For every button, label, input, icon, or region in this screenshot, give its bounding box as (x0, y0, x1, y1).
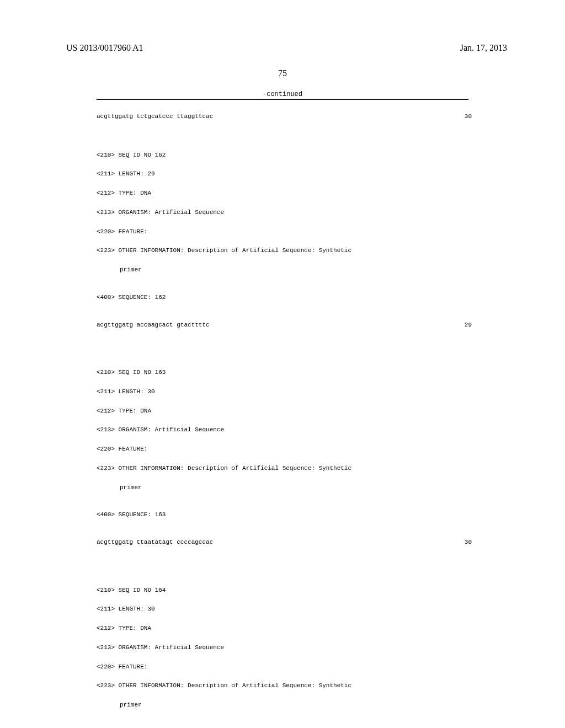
primer-line: primer (97, 265, 565, 275)
sequence-row: acgttggatg tctgcatccc ttaggttcac30 (97, 112, 472, 121)
feature-line: <220> FEATURE: (97, 227, 565, 237)
primer-line: primer (97, 483, 565, 493)
sequence-entry: <210> SEQ ID NO 163 <211> LENGTH: 30 <21… (97, 358, 565, 557)
sequence-label-line: <400> SEQUENCE: 162 (97, 293, 565, 302)
sequence-text: acgttggatg ttaatatagt ccccagccac (97, 538, 213, 547)
sequence-row: acgttggatg ttaatatagt ccccagccac30 (97, 538, 472, 547)
length-line: <211> LENGTH: 29 (97, 169, 565, 179)
primer-line: primer (97, 700, 565, 710)
organism-line: <213> ORGANISM: Artificial Sequence (97, 208, 565, 217)
length-line: <211> LENGTH: 30 (97, 604, 565, 614)
publication-number: US 2013/0017960 A1 (66, 43, 143, 53)
sequence-label-line: <400> SEQUENCE: 163 (97, 510, 565, 520)
sequence-length-number: 30 (465, 538, 472, 547)
length-line: <211> LENGTH: 30 (97, 387, 565, 397)
organism-line: <213> ORGANISM: Artificial Sequence (97, 643, 565, 652)
sequence-length-number: 29 (465, 320, 472, 330)
organism-line: <213> ORGANISM: Artificial Sequence (97, 425, 565, 435)
feature-line: <220> FEATURE: (97, 662, 565, 672)
page-number: 75 (0, 68, 565, 78)
sequence-entry: <210> SEQ ID NO 164 <211> LENGTH: 30 <21… (97, 576, 565, 728)
type-line: <212> TYPE: DNA (97, 189, 565, 198)
feature-line: <220> FEATURE: (97, 445, 565, 454)
type-line: <212> TYPE: DNA (97, 406, 565, 416)
continued-label: -continued (0, 90, 565, 98)
other-info-line: <223> OTHER INFORMATION: Description of … (97, 246, 565, 255)
seq-id-line: <210> SEQ ID NO 162 (97, 151, 565, 160)
type-line: <212> TYPE: DNA (97, 624, 565, 633)
sequence-text: acgttggatg tctgcatccc ttaggttcac (97, 112, 213, 121)
seq-id-line: <210> SEQ ID NO 163 (97, 368, 565, 377)
sequence-entry: <210> SEQ ID NO 162 <211> LENGTH: 29 <21… (97, 141, 565, 339)
sequence-text: acgttggatg accaagcact gtacttttc (97, 320, 210, 330)
publication-date: Jan. 17, 2013 (460, 43, 507, 53)
sequence-listing: acgttggatg tctgcatccc ttaggttcac30 <210>… (0, 100, 565, 728)
other-info-line: <223> OTHER INFORMATION: Description of … (97, 464, 565, 473)
sequence-row: acgttggatg accaagcact gtacttttc29 (97, 320, 472, 330)
seq-id-line: <210> SEQ ID NO 164 (97, 586, 565, 595)
page-header: US 2013/0017960 A1 Jan. 17, 2013 (0, 0, 565, 53)
other-info-line: <223> OTHER INFORMATION: Description of … (97, 681, 565, 690)
sequence-length-number: 30 (465, 112, 472, 121)
